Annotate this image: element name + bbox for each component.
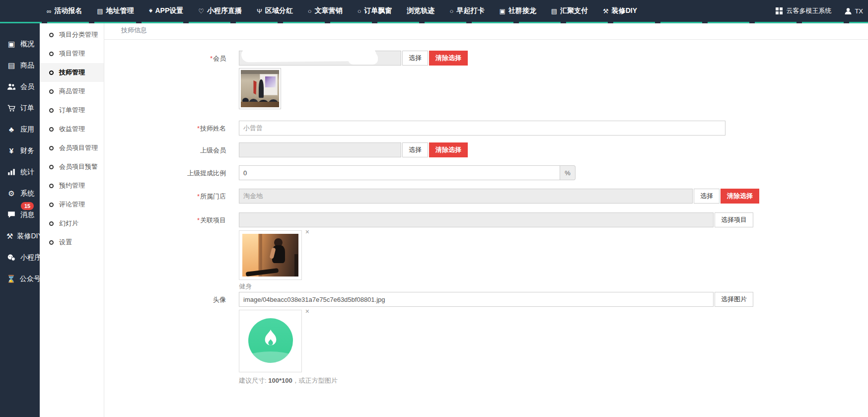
parent-member-input[interactable] (239, 142, 401, 157)
top-nav-menu: ∞活动报名 ▤地址管理 ♠APP设置 ♡小程序直播 Ψ区域分红 ○文章营销 ○订… (47, 6, 637, 15)
sidebar-item-official-account[interactable]: ⌛公众号 (0, 268, 40, 289)
members-icon (6, 83, 16, 91)
nav-item-decorate-diy[interactable]: ⚒装修DIY (603, 6, 637, 15)
submenu-item-revenue-management[interactable]: 收益管理 (40, 120, 104, 139)
project-select-button[interactable]: 选择项目 (715, 212, 753, 227)
member-select-button[interactable]: 选择 (402, 51, 428, 66)
wechat-icon (6, 254, 16, 262)
brand-name: 云客多模王系统 (786, 6, 831, 15)
sidebar-label: 会员 (20, 82, 34, 91)
nav-item-order-popup[interactable]: ○订单飘窗 (358, 6, 392, 15)
avatar-label: 头像 (104, 292, 226, 385)
member-photo-thumbnail (239, 68, 281, 109)
required-mark: * (197, 125, 200, 132)
form-row-member: *会员 选择 清除选择 (104, 51, 868, 109)
form-row-store: *所属门店 选择 清除选择 (104, 189, 868, 204)
nav-label: 区域分红 (265, 6, 293, 15)
submenu-item-member-project-warning[interactable]: 会员项目预警 (40, 157, 104, 176)
nav-item-region-dividend[interactable]: Ψ区域分红 (257, 6, 293, 15)
ring-icon (49, 127, 54, 132)
tab-technician-info[interactable]: 技师信息 (121, 26, 147, 39)
nav-label: 文章营销 (315, 6, 343, 15)
linked-project-input[interactable] (239, 212, 714, 227)
hammer-icon: ⚒ (603, 7, 609, 15)
nav-item-article-marketing[interactable]: ○文章营销 (308, 6, 343, 15)
parent-commission-input[interactable] (239, 165, 560, 180)
sidebar-label: 商品 (20, 61, 34, 70)
user-icon (844, 7, 852, 15)
submenu-item-technician-management[interactable]: 技师管理 (40, 63, 104, 82)
member-clear-button[interactable]: 清除选择 (429, 51, 468, 66)
avatar-thumbnail (239, 310, 302, 372)
nav-item-huiju-pay[interactable]: ▤汇聚支付 (551, 6, 588, 15)
sidebar-item-statistics[interactable]: 统计 (0, 161, 40, 183)
circle-icon: ○ (358, 7, 362, 15)
submenu-item-project-category[interactable]: 项目分类管理 (40, 25, 104, 44)
remove-avatar-image-icon[interactable]: × (305, 308, 309, 315)
link-icon: ∞ (47, 7, 51, 15)
nav-item-browse-track[interactable]: 浏览轨迹 (407, 6, 435, 15)
nav-label: 活动报名 (54, 6, 82, 15)
ring-icon (49, 52, 54, 56)
technician-name-input[interactable] (239, 121, 725, 136)
parent-select-button[interactable]: 选择 (402, 142, 428, 157)
submenu-label: 项目分类管理 (59, 30, 98, 39)
nav-item-miniprogram-live[interactable]: ♡小程序直播 (198, 6, 242, 15)
submenu-item-member-project-management[interactable]: 会员项目管理 (40, 139, 104, 157)
submenu-item-order-management[interactable]: 订单管理 (40, 101, 104, 120)
submenu-item-settings[interactable]: 设置 (40, 233, 104, 252)
sidebar-item-system[interactable]: ⚙系统 (0, 183, 40, 204)
remove-project-image-icon[interactable]: × (305, 228, 309, 235)
ring-icon (49, 221, 54, 226)
sidebar-item-finance[interactable]: ¥财务 (0, 140, 40, 161)
store-select-button[interactable]: 选择 (694, 189, 720, 204)
flame-avatar (248, 318, 293, 363)
form-row-parent-commission: 上级提成比例 % (104, 165, 868, 180)
nav-label: 早起打卡 (456, 6, 484, 15)
sidebar-item-orders[interactable]: 订单 (0, 97, 40, 119)
submenu-label: 会员项目预警 (59, 162, 98, 171)
navbar-right: 云客多模王系统 TX (776, 6, 868, 15)
linked-project-label: *关联项目 (104, 212, 226, 291)
sidebar-item-goods[interactable]: ▤商品 (0, 55, 40, 76)
sidebar-item-apps[interactable]: ♣应用 (0, 119, 40, 140)
submenu-item-appointment-management[interactable]: 预约管理 (40, 176, 104, 195)
avatar-select-image-button[interactable]: 选择图片 (715, 292, 753, 307)
nav-item-group-relay[interactable]: ▣社群接龙 (499, 6, 536, 15)
sidebar-label: 系统 (20, 189, 34, 198)
nav-item-activity-signup[interactable]: ∞活动报名 (47, 6, 82, 15)
nav-item-address-management[interactable]: ▤地址管理 (97, 6, 134, 15)
sidebar-label: 公众号 (20, 275, 41, 283)
store-input[interactable] (239, 189, 693, 204)
brand[interactable]: 云客多模王系统 (776, 6, 831, 15)
tab-bar: 技师信息 (104, 23, 868, 40)
user-menu[interactable]: TX (844, 7, 863, 15)
submenu-label: 商品管理 (59, 87, 85, 96)
submenu-item-project-management[interactable]: 项目管理 (40, 44, 104, 63)
hammer-icon: ⚒ (6, 232, 13, 241)
nav-item-app-settings[interactable]: ♠APP设置 (149, 6, 184, 15)
sidebar-item-messages[interactable]: 消息 15 (0, 204, 40, 225)
nav-item-early-checkin[interactable]: ○早起打卡 (450, 6, 485, 15)
secondary-sidebar: 项目分类管理 项目管理 技师管理 商品管理 订单管理 收益管理 会员项目管理 会… (40, 23, 104, 417)
conference-photo (241, 70, 279, 107)
avatar-path-input[interactable] (239, 292, 714, 307)
avatar-size-hint: 建议尺寸: 100*100，或正方型图片 (239, 376, 753, 385)
sidebar-item-decorate-diy[interactable]: ⚒装修DIY (0, 225, 40, 247)
submenu-item-slideshow[interactable]: 幻灯片 (40, 214, 104, 233)
parent-clear-button[interactable]: 清除选择 (429, 142, 468, 157)
submenu-label: 会员项目管理 (59, 143, 98, 152)
submenu-item-comment-management[interactable]: 评论管理 (40, 195, 104, 214)
sidebar-item-overview[interactable]: ▣概况 (0, 33, 40, 55)
submenu-label: 技师管理 (59, 68, 85, 77)
pay-card-icon: ▤ (551, 7, 557, 15)
sidebar-item-members[interactable]: 会员 (0, 76, 40, 97)
store-clear-button[interactable]: 清除选择 (721, 189, 759, 204)
required-mark: * (210, 55, 213, 62)
sidebar-label: 财务 (20, 146, 34, 155)
sidebar-item-miniprogram[interactable]: 小程序 (0, 247, 40, 268)
admin-page: ∞活动报名 ▤地址管理 ♠APP设置 ♡小程序直播 Ψ区域分红 ○文章营销 ○订… (0, 0, 868, 417)
sidebar-label: 统计 (20, 168, 34, 177)
submenu-item-goods-management[interactable]: 商品管理 (40, 82, 104, 101)
parent-member-label: 上级会员 (104, 142, 226, 157)
